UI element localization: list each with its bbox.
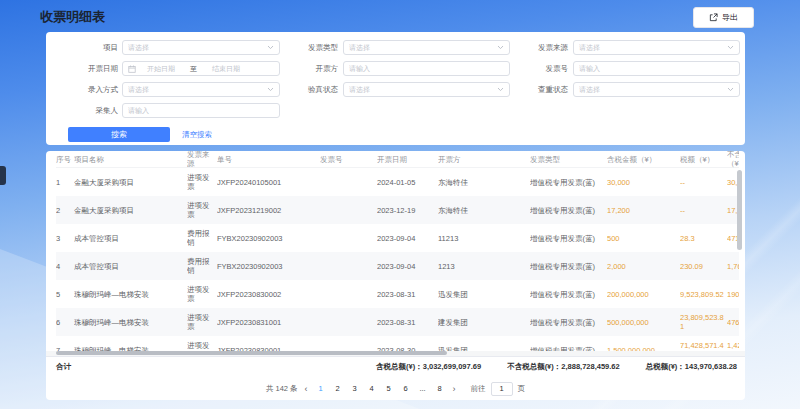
input-placeholder: 请输入	[579, 64, 734, 74]
select-field[interactable]: 请选择	[343, 82, 510, 97]
select-field[interactable]: 请选择	[343, 40, 510, 55]
table-cell: 7	[56, 341, 74, 352]
vertical-scrollbar-thumb[interactable]	[737, 170, 742, 250]
table-cell: 11213	[438, 229, 530, 248]
field-label: 查重状态	[518, 85, 568, 95]
table-row[interactable]: 1金融大厦采购项目进项发票JXFP202401050012024-01-05东海…	[56, 168, 739, 196]
calendar-icon	[128, 65, 136, 73]
table-cell: 1,500,000,000	[607, 341, 680, 352]
export-label: 导出	[722, 12, 738, 23]
pagination-page[interactable]: 2	[332, 382, 344, 395]
table-cell: 进项发票	[187, 336, 217, 351]
date-end-placeholder: 结束日期	[205, 64, 247, 74]
select-field[interactable]: 请选择	[573, 82, 740, 97]
select-field[interactable]: 请选择	[122, 40, 280, 55]
pagination-goto-suffix: 页	[518, 384, 526, 394]
filter-actions: 搜索 清空搜索	[46, 127, 745, 142]
table-cell: 2024-01-05	[377, 173, 438, 192]
column-header: 税额（¥）	[680, 155, 727, 164]
text-input-field[interactable]: 请输入	[122, 103, 280, 118]
table-cell: 9,523,809.52	[680, 285, 727, 304]
table-cell: 增值税专用发票(蓝)	[530, 257, 607, 276]
table-cell: 建发集团	[438, 313, 530, 332]
field-label: 采集人	[56, 106, 118, 116]
column-header: 开票日期	[377, 155, 438, 164]
pagination-page[interactable]: 3	[349, 382, 361, 395]
table-row[interactable]: 6珠穆朗玛峰—电梯安装进项发票JXFP202308310012023-08-31…	[56, 308, 739, 336]
table-cell	[320, 289, 377, 299]
table-cell: 增值税专用发票(蓝)	[530, 173, 607, 192]
table-cell: 进项发票	[187, 168, 217, 196]
table-cell: 1,769.91	[727, 257, 739, 276]
table-cell: 增值税专用发票(蓝)	[530, 229, 607, 248]
pagination-goto-input[interactable]	[491, 382, 513, 396]
clear-search-link[interactable]: 清空搜索	[182, 130, 212, 140]
table-row[interactable]: 3成本管控项目费用报销FYBX202309020032023-09-041121…	[56, 224, 739, 252]
pagination-more[interactable]: ...	[417, 382, 429, 395]
field-label: 发票号	[518, 64, 568, 74]
table-row[interactable]: 4成本管控项目费用报销FYBX202309020032023-09-041213…	[56, 252, 739, 280]
table-cell: 230.09	[680, 257, 727, 276]
summary-row: 合计 含税总额(¥)：3,032,699,097.69不含税总额(¥)：2,88…	[46, 356, 745, 377]
table-cell: 迅发集团	[438, 285, 530, 304]
filter-row: 录入方式请选择验真状态请选择查重状态请选择	[46, 79, 745, 100]
date-start-placeholder: 开始日期	[140, 64, 182, 74]
date-range-field[interactable]: 开始日期至结束日期	[122, 61, 280, 76]
pagination-total: 共 142 条	[266, 384, 298, 394]
select-field[interactable]: 请选择	[122, 82, 280, 97]
table-cell: 费用报销	[187, 252, 217, 280]
table-cell: 190,476,190.48	[727, 285, 739, 304]
field-label: 开票日期	[56, 64, 118, 74]
chevron-down-icon	[497, 87, 504, 92]
search-button[interactable]: 搜索	[68, 127, 170, 142]
table-cell: 成本管控项目	[74, 257, 187, 276]
summary-total-value: 3,032,699,097.69	[423, 362, 481, 371]
summary-total-label: 不含税总额(¥)：	[507, 362, 561, 371]
text-input-field[interactable]: 请输入	[343, 61, 510, 76]
pagination-pages: 123456...8	[315, 382, 446, 395]
table-cell: JXFP20240105001	[217, 173, 320, 192]
export-button[interactable]: 导出	[693, 7, 754, 28]
pagination-page[interactable]: 1	[315, 382, 327, 395]
column-header: 单号	[217, 155, 320, 164]
chevron-down-icon	[267, 87, 274, 92]
table-cell: 增值税专用发票(蓝)	[530, 201, 607, 220]
table-cell	[320, 233, 377, 243]
table-cell: 1213	[438, 257, 530, 276]
table-cell: 珠穆朗玛峰—电梯安装	[74, 313, 187, 332]
summary-total: 含税总额(¥)：3,032,699,097.69	[376, 362, 481, 372]
pagination-page[interactable]: 5	[383, 382, 395, 395]
horizontal-scrollbar-thumb[interactable]	[56, 351, 447, 355]
filter-row: 项目请选择发票类型请选择发票来源请选择	[46, 37, 745, 58]
summary-total-value: 143,970,638.28	[685, 362, 737, 371]
table-cell: 2023-12-19	[377, 201, 438, 220]
pagination-prev-icon[interactable]: ‹	[303, 384, 310, 394]
table-cell: 增值税专用发票(蓝)	[530, 285, 607, 304]
select-placeholder: 请选择	[349, 85, 497, 95]
summary-total-label: 含税总额(¥)：	[376, 362, 423, 371]
table-cell: 1	[56, 173, 74, 192]
chevron-down-icon	[727, 87, 734, 92]
filter-row: 采集人请输入	[46, 100, 745, 121]
table-row[interactable]: 2金融大厦采购项目进项发票JXFP202312190022023-12-19东海…	[56, 196, 739, 224]
pagination-page[interactable]: 6	[400, 382, 412, 395]
drawer-handle[interactable]	[0, 166, 6, 185]
table-cell: 珠穆朗玛峰—电梯安装	[74, 341, 187, 352]
field-label: 发票类型	[288, 43, 338, 53]
column-header: 发票号	[320, 155, 377, 164]
table-cell	[320, 317, 377, 327]
pagination-next-icon[interactable]: ›	[451, 384, 458, 394]
pagination-page[interactable]: 8	[434, 382, 446, 395]
column-header: 发票来源	[187, 151, 217, 168]
pagination-page[interactable]: 4	[366, 382, 378, 395]
table-cell: 23,809,523.81	[680, 308, 727, 336]
table-row[interactable]: 5珠穆朗玛峰—电梯安装进项发票JXFP202308300022023-08-31…	[56, 280, 739, 308]
table-cell: FYBX20230902003	[217, 229, 320, 248]
table-cell: --	[680, 201, 727, 220]
table-cell: 28.3	[680, 229, 727, 248]
summary-total: 不含税总额(¥)：2,888,728,459.62	[507, 362, 620, 372]
select-field[interactable]: 请选择	[573, 40, 740, 55]
text-input-field[interactable]: 请输入	[573, 61, 740, 76]
invoice-table: 序号项目名称发票来源单号发票号开票日期开票方发票类型含税金额（¥）税额（¥）不含…	[46, 151, 739, 351]
table-row[interactable]: 7珠穆朗玛峰—电梯安装进项发票JXFP202308300012023-08-30…	[56, 336, 739, 351]
